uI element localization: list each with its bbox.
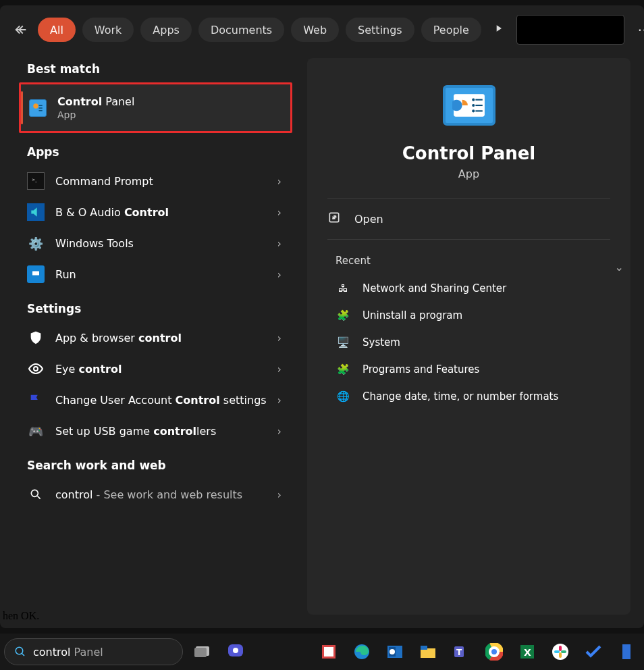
- result-bo-audio-control[interactable]: B & O Audio Control ›: [27, 197, 292, 228]
- svg-rect-5: [32, 272, 39, 276]
- tab-work[interactable]: Work: [82, 18, 134, 42]
- taskbar-snip[interactable]: [315, 638, 342, 665]
- recent-network-sharing[interactable]: 🖧 Network and Sharing Center: [327, 275, 610, 302]
- overflow-next-icon[interactable]: [493, 23, 507, 36]
- svg-point-6: [34, 367, 38, 371]
- recent-list: 🖧 Network and Sharing Center 🧩 Uninstall…: [327, 275, 610, 410]
- gear-icon: ⚙️: [27, 234, 45, 252]
- result-usb-game-controllers[interactable]: 🎮 Set up USB game controllers ›: [27, 415, 292, 446]
- control-panel-large-icon: [443, 85, 495, 126]
- result-label: Change User Account Control settings: [55, 394, 277, 407]
- globe-icon: 🌐: [336, 390, 350, 403]
- taskbar-excel[interactable]: X: [514, 638, 541, 665]
- taskbar-app-partial[interactable]: [614, 638, 640, 665]
- recent-system[interactable]: 🖥️ System: [327, 329, 610, 356]
- result-label: Run: [55, 268, 277, 281]
- filter-tabs-row: All Work Apps Documents Web Settings Peo…: [0, 5, 644, 51]
- open-icon: [327, 211, 342, 227]
- recent-uninstall-program[interactable]: 🧩 Uninstall a program: [327, 302, 610, 329]
- taskbar-file-explorer[interactable]: [414, 638, 441, 665]
- taskbar-search-input[interactable]: control Panel: [4, 638, 183, 665]
- taskbar-chrome[interactable]: [481, 638, 507, 665]
- svg-rect-18: [194, 648, 207, 657]
- expand-chevron-icon[interactable]: ⌄: [615, 261, 624, 274]
- preview-title: Control Panel: [402, 143, 536, 163]
- svg-point-0: [33, 103, 38, 109]
- tab-settings[interactable]: Settings: [346, 18, 414, 42]
- chevron-right-icon: ›: [277, 175, 281, 188]
- svg-rect-2: [39, 107, 43, 109]
- section-best-match: Best match: [27, 62, 292, 76]
- taskbar-teams[interactable]: T: [448, 638, 474, 665]
- svg-point-26: [390, 649, 395, 654]
- tab-all[interactable]: All: [38, 18, 76, 42]
- flag-icon: [27, 391, 45, 409]
- svg-rect-27: [421, 648, 435, 658]
- chevron-right-icon: ›: [277, 488, 281, 501]
- preview-pane: Control Panel App Open ⌄ Recent 🖧 Networ…: [307, 58, 630, 615]
- result-label: Control Panel App: [57, 95, 285, 120]
- action-open[interactable]: Open: [327, 199, 610, 239]
- result-control-panel[interactable]: Control Panel App: [19, 82, 292, 133]
- taskbar-outlook[interactable]: [381, 638, 408, 665]
- svg-rect-12: [475, 105, 482, 106]
- result-windows-tools[interactable]: ⚙️ Windows Tools ›: [27, 228, 292, 259]
- result-uac-settings[interactable]: Change User Account Control settings ›: [27, 384, 292, 415]
- more-options-button[interactable]: ⋯: [634, 22, 644, 38]
- action-label: Open: [354, 213, 383, 226]
- taskbar-todo[interactable]: [581, 638, 607, 665]
- recent-label: Change date, time, or number formats: [363, 390, 558, 403]
- back-button[interactable]: [14, 20, 28, 39]
- taskbar-chat[interactable]: [223, 638, 249, 665]
- svg-point-11: [472, 104, 475, 107]
- svg-point-13: [472, 109, 475, 112]
- shield-icon: [27, 329, 45, 346]
- result-run[interactable]: Run ›: [27, 259, 292, 290]
- account-box[interactable]: [516, 15, 624, 45]
- background-document-text: hen OK.: [0, 608, 644, 623]
- chevron-right-icon: ›: [277, 394, 281, 407]
- search-icon: [27, 486, 45, 503]
- result-label: App & browser control: [55, 332, 277, 344]
- taskbar-edge[interactable]: [348, 638, 375, 665]
- result-label: Eye control: [55, 363, 277, 376]
- svg-point-16: [16, 647, 23, 654]
- tab-apps[interactable]: Apps: [140, 18, 192, 42]
- tab-documents[interactable]: Documents: [198, 18, 284, 42]
- recent-label: Programs and Features: [363, 363, 479, 376]
- svg-rect-3: [39, 110, 43, 111]
- control-panel-icon: [29, 99, 47, 117]
- result-label: control - See work and web results: [55, 488, 277, 501]
- tab-people[interactable]: People: [421, 18, 481, 42]
- svg-rect-1: [39, 105, 43, 106]
- result-web-search-control[interactable]: control - See work and web results ›: [27, 479, 292, 510]
- recent-label: Network and Sharing Center: [363, 282, 506, 294]
- svg-rect-22: [324, 647, 333, 656]
- result-label: Set up USB game controllers: [55, 425, 277, 438]
- svg-rect-41: [554, 650, 560, 653]
- chevron-right-icon: ›: [277, 206, 281, 219]
- taskbar-slack[interactable]: [547, 638, 574, 665]
- svg-text:X: X: [524, 647, 531, 658]
- svg-text:T: T: [456, 648, 462, 657]
- result-app-browser-control[interactable]: App & browser control ›: [27, 322, 292, 353]
- search-icon: [14, 646, 26, 658]
- chevron-right-icon: ›: [277, 268, 281, 281]
- svg-rect-14: [475, 110, 482, 111]
- recent-programs-features[interactable]: 🧩 Programs and Features: [327, 356, 610, 383]
- programs-icon: 🧩: [336, 363, 350, 376]
- result-eye-control[interactable]: Eye control ›: [27, 353, 292, 384]
- command-prompt-icon: >_: [27, 172, 45, 190]
- eye-icon: [27, 360, 45, 378]
- recent-heading: Recent: [336, 255, 371, 267]
- chevron-right-icon: ›: [277, 363, 281, 376]
- taskbar-task-view[interactable]: [190, 638, 216, 665]
- chevron-right-icon: ›: [277, 237, 281, 250]
- search-text: control Panel: [33, 646, 103, 659]
- tab-web[interactable]: Web: [291, 18, 339, 42]
- recent-date-time-formats[interactable]: 🌐 Change date, time, or number formats: [327, 383, 610, 410]
- result-command-prompt[interactable]: >_ Command Prompt ›: [27, 165, 292, 197]
- section-settings: Settings: [27, 302, 292, 315]
- network-icon: 🖧: [336, 282, 350, 295]
- results-list: Best match Control Panel App Apps >_ Com…: [0, 51, 300, 628]
